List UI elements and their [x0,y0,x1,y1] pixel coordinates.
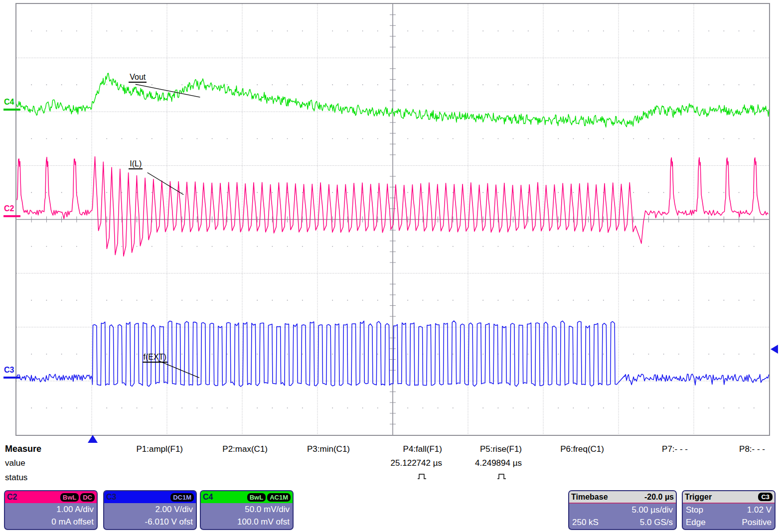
trigger-slope: Positive [742,516,772,529]
channel-title: C4 [203,493,213,502]
coupling-badge: DC [80,493,95,502]
trigger-source-badge: C3 [758,493,773,501]
trigger-header: Trigger C3 [683,491,775,504]
timebase-scale: 5.00 µs/div [569,504,676,516]
bandwidth-limit-badge: BwL [60,493,79,502]
measure-column-p3[interactable]: P3:min(C1) [270,444,352,454]
channel-box-c4[interactable]: C4 BwL AC1M 50.0 mV/div 100.0 mV ofst [200,490,294,530]
pulse-status-icon [417,473,427,483]
coupling-badge: AC1M [267,493,291,502]
coupling-badge: DC1M [170,493,194,502]
trigger-time-marker[interactable] [88,435,98,443]
trace-label-il: I(L) [129,159,143,169]
timebase-header: Timebase -20.0 µs [569,491,676,504]
timebase-title: Timebase [571,493,608,502]
channel-indicator-c2[interactable]: C2 [4,204,14,213]
measure-title: Measure [3,444,93,454]
pulse-status-icon [497,473,507,483]
measure-status-label: status [3,473,93,483]
channel-box-c3-header: C3 DC1M [104,491,196,503]
channel-offset: 100.0 mV ofst [201,516,293,528]
channel-title: C2 [7,493,17,502]
bandwidth-limit-badge: BwL [247,493,266,502]
measure-label-row: Measure P1:ampl(F1) P2:max(C1) P3:min(C1… [3,442,768,456]
channel-box-c4-header: C4 BwL AC1M [201,491,293,503]
channel-box-c3[interactable]: C3 DC1M 2.00 V/div -6.010 V ofst [103,490,197,530]
measure-column-p4[interactable]: P4:fall(F1) [352,444,444,454]
measure-value-p5: 4.249894 µs [444,458,524,468]
measure-value-row: value 25.122742 µs 4.249894 µs [3,456,768,471]
waveform-plot-area: VoutI(L)f(EXT) [15,3,770,436]
channel-scale: 50.0 mV/div [201,503,293,516]
channel-box-c2-header: C2 BwL DC [5,491,97,503]
measure-value-p4: 25.122742 µs [352,458,444,468]
trigger-type: Edge [686,516,706,529]
timebase-rate: 5.0 GS/s [640,516,673,529]
channel-offset: 0 mA offset [5,516,97,528]
measure-table: Measure P1:ampl(F1) P2:max(C1) P3:min(C1… [3,442,768,485]
measure-column-p1[interactable]: P1:ampl(F1) [93,444,185,454]
measure-column-p7[interactable]: P7:- - - [606,444,690,454]
channel-offset: -6.010 V ofst [104,516,196,528]
channel-title: C3 [106,493,116,502]
measure-column-p2[interactable]: P2:max(C1) [185,444,270,454]
channel-scale: 1.00 A/div [5,503,97,516]
channel-indicator-c4-dash[interactable] [3,109,20,111]
oscilloscope-screen: VoutI(L)f(EXT) Measure P1:ampl(F1) P2:ma… [0,0,779,532]
trace-label-vout: Vout [129,73,147,83]
trigger-mode: Stop [686,504,703,516]
channel-indicator-c2-dash[interactable] [3,215,20,217]
measure-column-p5[interactable]: P5:rise(F1) [444,444,524,454]
timebase-samples: 250 kS [572,516,599,529]
trigger-level-marker[interactable] [771,345,778,354]
channel-scale: 2.00 V/div [104,503,196,516]
timebase-delay: -20.0 µs [644,493,674,502]
timebase-box[interactable]: Timebase -20.0 µs 5.00 µs/div 250 kS 5.0… [568,490,677,530]
measure-column-p8[interactable]: P8:- - - [690,444,767,454]
trigger-box[interactable]: Trigger C3 Stop 1.02 V Edge Positive [682,490,776,530]
trigger-title: Trigger [685,493,712,502]
channel-indicator-c3[interactable]: C3 [4,366,14,375]
measure-value-label: value [3,458,93,468]
channel-indicator-c3-dash[interactable] [3,377,20,379]
measure-column-p6[interactable]: P6:freq(C1) [524,444,606,454]
measure-status-row: status [3,471,768,485]
channel-indicator-c4[interactable]: C4 [4,98,14,107]
trigger-level: 1.02 V [747,504,772,516]
channel-box-c2[interactable]: C2 BwL DC 1.00 A/div 0 mA offset [4,490,98,530]
trace-label-fext: f(EXT) [143,353,167,363]
waveform-canvas [16,4,769,435]
